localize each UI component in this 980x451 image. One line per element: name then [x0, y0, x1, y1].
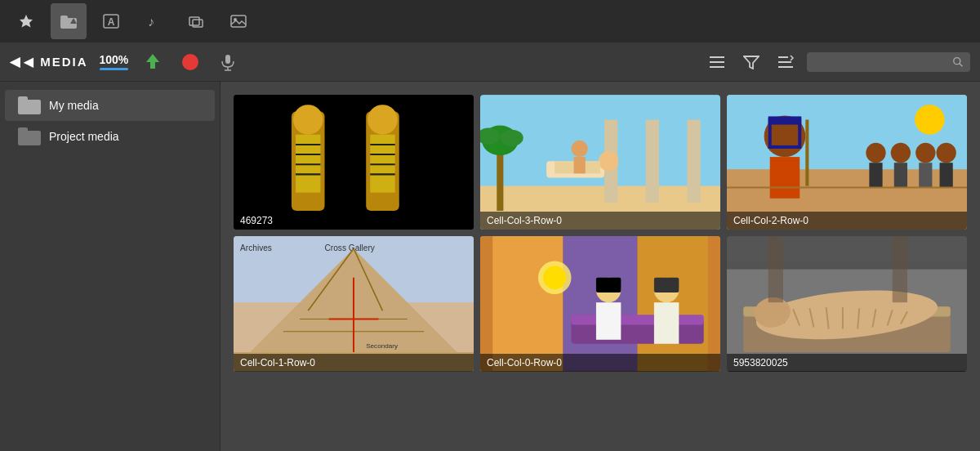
- back-button[interactable]: ◀ ◀ MEDIA: [10, 54, 88, 69]
- record-circle-icon: [182, 54, 198, 70]
- sidebar-label-project-media: Project media: [49, 130, 119, 143]
- svg-rect-93: [596, 278, 621, 292]
- svg-point-70: [915, 105, 944, 134]
- svg-rect-66: [919, 163, 932, 187]
- svg-point-51: [572, 141, 588, 157]
- svg-text:♪: ♪: [148, 15, 154, 29]
- microphone-button[interactable]: [215, 49, 241, 75]
- svg-rect-7: [189, 17, 199, 25]
- svg-rect-86: [480, 236, 563, 371]
- media-item-5953820025[interactable]: 5953820025: [727, 236, 967, 371]
- project-media-folder-icon: [18, 127, 41, 145]
- tab-images[interactable]: [220, 3, 256, 39]
- svg-rect-68: [940, 163, 953, 187]
- svg-point-67: [936, 143, 956, 163]
- sidebar-label-my-media: My media: [49, 99, 99, 112]
- list-view-button[interactable]: [704, 49, 730, 75]
- search-icon: [952, 56, 964, 69]
- svg-rect-100: [708, 236, 720, 371]
- tab-overlays[interactable]: [178, 3, 214, 39]
- media-grid: 469273: [234, 95, 967, 372]
- svg-line-23: [960, 63, 963, 66]
- svg-rect-60: [805, 119, 808, 185]
- svg-rect-2: [60, 16, 68, 20]
- media-item-cell-col-3-row-0[interactable]: Cell-Col-3-Row-0: [480, 95, 720, 230]
- sidebar-item-my-media[interactable]: My media: [5, 90, 215, 121]
- svg-rect-118: [893, 236, 907, 302]
- svg-rect-47: [687, 119, 700, 202]
- sort-button[interactable]: [773, 49, 799, 75]
- svg-rect-46: [646, 119, 659, 202]
- media-item-cell-col-0-row-0[interactable]: Cell-Col-0-Row-0: [480, 236, 720, 371]
- zoom-control[interactable]: 100%: [100, 53, 129, 70]
- svg-rect-59: [770, 157, 800, 199]
- tab-media-folder[interactable]: [51, 3, 87, 39]
- svg-rect-116: [727, 236, 967, 261]
- media-label-cell-col-1-row-0: Cell-Col-1-Row-0: [234, 354, 474, 372]
- media-label-cell-col-3-row-0: Cell-Col-3-Row-0: [480, 212, 720, 230]
- svg-point-44: [500, 130, 523, 146]
- sub-toolbar: ◀ ◀ MEDIA 100%: [0, 42, 980, 82]
- tab-text[interactable]: A: [93, 3, 129, 39]
- media-item-469273[interactable]: 469273: [234, 95, 474, 230]
- svg-point-63: [891, 143, 911, 163]
- content-area: 469273: [220, 82, 980, 451]
- media-item-cell-col-1-row-0[interactable]: Archives Cross Gallery Secondary chamb: [234, 236, 474, 371]
- svg-point-22: [954, 57, 960, 64]
- svg-marker-11: [146, 54, 159, 69]
- svg-rect-97: [654, 303, 679, 345]
- svg-point-26: [293, 105, 323, 134]
- tab-music[interactable]: ♪: [136, 3, 172, 39]
- svg-marker-18: [744, 56, 759, 69]
- svg-rect-98: [654, 278, 679, 292]
- main-layout: My media Project media: [0, 82, 980, 451]
- sidebar-item-project-media[interactable]: Project media: [5, 121, 215, 152]
- svg-text:Secondary: Secondary: [366, 342, 399, 350]
- svg-rect-12: [225, 55, 230, 64]
- zoom-label: 100%: [100, 53, 129, 66]
- svg-point-61: [866, 143, 885, 163]
- right-tools: [704, 49, 970, 75]
- record-button[interactable]: [177, 49, 203, 75]
- svg-text:Cross Gallery: Cross Gallery: [325, 244, 376, 253]
- svg-rect-62: [869, 163, 882, 187]
- svg-rect-9: [231, 16, 246, 27]
- back-arrow-icon: ◀: [10, 54, 20, 69]
- media-title: ◀ MEDIA: [24, 55, 88, 69]
- zoom-underline: [100, 68, 129, 70]
- sidebar: My media Project media: [0, 82, 220, 451]
- svg-rect-64: [894, 163, 907, 187]
- svg-point-95: [543, 266, 566, 289]
- tab-favorites[interactable]: [8, 3, 44, 39]
- svg-point-33: [368, 105, 397, 134]
- filter-button[interactable]: [738, 49, 764, 75]
- svg-rect-99: [480, 236, 492, 371]
- svg-rect-52: [574, 157, 586, 173]
- media-label-469273: 469273: [234, 212, 474, 230]
- search-input[interactable]: [813, 56, 947, 68]
- media-item-cell-col-2-row-0[interactable]: Cell-Col-2-Row-0: [727, 95, 967, 230]
- svg-point-65: [915, 143, 935, 163]
- media-label-cell-col-0-row-0: Cell-Col-0-Row-0: [480, 354, 720, 372]
- upload-button[interactable]: [140, 49, 166, 75]
- svg-point-49: [599, 151, 618, 171]
- svg-marker-0: [20, 15, 33, 28]
- svg-rect-90: [572, 315, 704, 325]
- top-toolbar: A ♪: [0, 0, 980, 42]
- svg-text:Archives: Archives: [240, 244, 272, 253]
- svg-rect-117: [768, 236, 783, 302]
- svg-rect-92: [596, 303, 621, 341]
- my-media-folder-icon: [18, 96, 41, 114]
- search-box[interactable]: [807, 52, 970, 72]
- svg-text:A: A: [108, 16, 115, 28]
- media-label-5953820025: 5953820025: [727, 354, 967, 372]
- media-label-cell-col-2-row-0: Cell-Col-2-Row-0: [727, 212, 967, 230]
- svg-rect-24: [234, 95, 474, 230]
